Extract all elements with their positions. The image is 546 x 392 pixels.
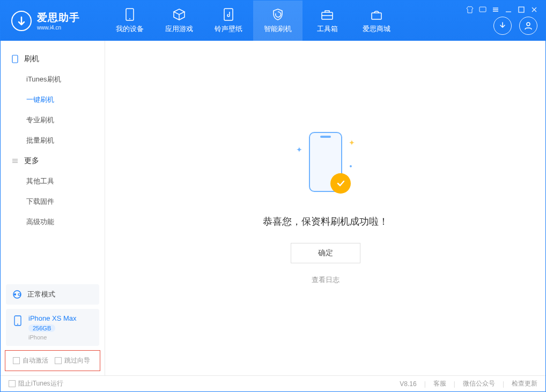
nav-label: 铃声壁纸 [215, 24, 242, 34]
success-illustration: ✦ ✦ • [296, 132, 355, 196]
shield-icon [271, 8, 284, 21]
sidebar-item-batch-flash[interactable]: 批量刷机 [1, 130, 105, 151]
menu-icon[interactable] [492, 6, 499, 13]
device-phone-icon [12, 315, 23, 326]
nav-tab-device[interactable]: 我的设备 [105, 1, 154, 41]
device-name: iPhone XS Max [28, 314, 77, 322]
download-button[interactable] [493, 17, 512, 35]
svg-rect-5 [479, 7, 486, 12]
sparkle-icon: ✦ [296, 145, 302, 154]
status-label: 正常模式 [27, 290, 55, 299]
minimize-icon[interactable] [505, 6, 512, 13]
feedback-icon[interactable] [479, 6, 486, 13]
flash-options-row: 自动激活 跳过向导 [5, 350, 100, 371]
sidebar-item-oneclick-flash[interactable]: 一键刷机 [1, 90, 105, 110]
sidebar-item-download-firmware[interactable]: 下载固件 [1, 191, 105, 212]
nav-label: 智能刷机 [264, 24, 292, 34]
nav-label: 爱思商城 [363, 24, 390, 34]
nav-tab-apps[interactable]: 应用游戏 [154, 1, 204, 41]
auto-activate-checkbox[interactable]: 自动激活 [13, 356, 48, 365]
status-icon [12, 290, 22, 299]
view-log-link[interactable]: 查看日志 [312, 275, 340, 285]
nav-tab-ringtones[interactable]: 铃声壁纸 [204, 1, 253, 41]
device-type: iPhone [28, 334, 77, 341]
footer: 阻止iTunes运行 V8.16 | 客服 | 微信公众号 | 检查更新 [1, 375, 545, 391]
block-itunes-checkbox[interactable]: 阻止iTunes运行 [9, 379, 63, 388]
ok-button[interactable]: 确定 [291, 243, 360, 263]
device-capacity: 256GB [28, 324, 55, 332]
music-file-icon [222, 8, 235, 21]
logo-icon [11, 11, 32, 31]
nav-label: 我的设备 [116, 24, 144, 34]
sidebar-group-flash: 刷机 [1, 49, 105, 69]
checkbox-label: 阻止iTunes运行 [18, 379, 63, 388]
maximize-icon[interactable] [518, 6, 525, 13]
sidebar-item-itunes-flash[interactable]: iTunes刷机 [1, 69, 105, 90]
checkbox-label: 跳过向导 [64, 356, 90, 365]
toolbox-icon [321, 8, 334, 21]
svg-rect-4 [372, 13, 381, 19]
svg-point-10 [14, 293, 16, 295]
nav-label: 工具箱 [317, 24, 338, 34]
group-title: 更多 [24, 156, 39, 166]
device-card[interactable]: iPhone XS Max 256GB iPhone [6, 309, 99, 346]
user-button[interactable] [519, 17, 537, 35]
app-header: 爱思助手 www.i4.cn 我的设备 应用游戏 铃声壁纸 智能刷机 工具箱 爱… [1, 1, 545, 41]
sidebar-group-more: 更多 [1, 151, 105, 171]
phone-icon [11, 55, 19, 63]
sparkle-icon: ✦ [349, 138, 355, 147]
sidebar: 刷机 iTunes刷机 一键刷机 专业刷机 批量刷机 更多 其他工具 下载固件 … [1, 41, 105, 375]
footer-link-wechat[interactable]: 微信公众号 [463, 379, 495, 388]
svg-rect-6 [519, 7, 524, 12]
nav-tab-toolbox[interactable]: 工具箱 [302, 1, 352, 41]
nav-tab-flash[interactable]: 智能刷机 [253, 1, 302, 41]
footer-link-update[interactable]: 检查更新 [512, 379, 537, 388]
sidebar-item-pro-flash[interactable]: 专业刷机 [1, 110, 105, 130]
checkbox-icon [55, 357, 62, 364]
svg-point-13 [17, 324, 18, 325]
svg-point-1 [129, 18, 130, 19]
svg-point-11 [18, 293, 20, 295]
skip-guide-checkbox[interactable]: 跳过向导 [55, 356, 90, 365]
checkbox-icon [9, 380, 16, 387]
logo-area: 爱思助手 www.i4.cn [1, 1, 105, 41]
svg-point-7 [527, 23, 530, 26]
checkbox-label: 自动激活 [23, 356, 48, 365]
check-badge-icon [330, 173, 351, 194]
footer-link-support[interactable]: 客服 [433, 379, 446, 388]
checkbox-icon [13, 357, 20, 364]
list-icon [11, 157, 19, 165]
cube-icon [173, 8, 186, 21]
sidebar-item-other-tools[interactable]: 其他工具 [1, 171, 105, 191]
store-icon [370, 8, 383, 21]
version-label: V8.16 [400, 380, 416, 388]
device-icon [123, 8, 136, 21]
sparkle-icon: • [350, 162, 352, 171]
nav-tab-store[interactable]: 爱思商城 [352, 1, 401, 41]
device-status[interactable]: 正常模式 [6, 284, 99, 305]
logo-subtitle: www.i4.cn [37, 25, 80, 31]
tshirt-icon[interactable] [466, 6, 474, 13]
nav-tabs: 我的设备 应用游戏 铃声壁纸 智能刷机 工具箱 爱思商城 [105, 1, 401, 41]
sidebar-item-advanced[interactable]: 高级功能 [1, 212, 105, 232]
svg-rect-8 [12, 55, 18, 63]
logo-title: 爱思助手 [37, 11, 80, 25]
success-text: 恭喜您，保资料刷机成功啦！ [263, 215, 388, 228]
close-icon[interactable] [530, 6, 538, 13]
main-panel: ✦ ✦ • 恭喜您，保资料刷机成功啦！ 确定 查看日志 [105, 41, 545, 375]
nav-label: 应用游戏 [165, 24, 193, 34]
group-title: 刷机 [24, 54, 39, 64]
